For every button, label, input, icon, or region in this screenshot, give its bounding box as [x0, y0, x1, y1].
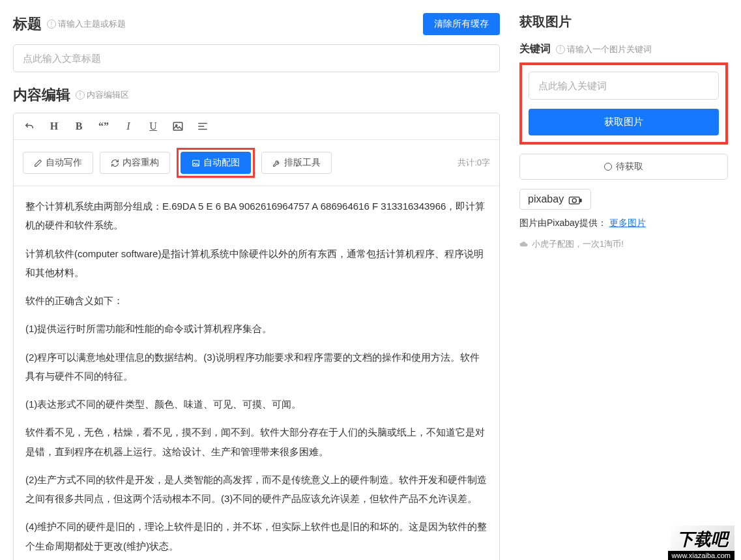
watermark: 下载吧 [671, 525, 734, 553]
content-p: 整个计算机系统由两部分组成：E.69DA 5 E 6 BA 9062616964… [25, 197, 487, 235]
article-title-input[interactable] [13, 44, 500, 72]
keyword-label-text: 关键词 [519, 42, 551, 56]
provider-text: 图片由Pixabay提供： [519, 217, 607, 228]
pending-status: 待获取 [519, 154, 728, 180]
content-p: (2)程序可以满意地处理信息的数据结构。(3)说明程序功能要求和程序需要的文档的… [25, 348, 487, 386]
layout-tool-label: 排版工具 [284, 157, 321, 169]
quote-icon[interactable]: “” [97, 120, 110, 133]
circle-icon [604, 163, 612, 171]
heading-icon[interactable]: H [48, 120, 61, 133]
keyword-hint: ! 请输入一个图片关键词 [556, 44, 652, 55]
layout-tool-button[interactable]: 排版工具 [261, 152, 332, 174]
content-p: 计算机软件(computer software)是指计算机系统中除硬件以外的所有… [25, 244, 487, 283]
more-images-link[interactable]: 更多图片 [609, 217, 646, 228]
auto-image-label: 自动配图 [203, 157, 240, 169]
camera-icon [568, 195, 583, 204]
content-edit-label: 内容编辑 ! 内容编辑区 [13, 85, 500, 105]
watermark-url: www.xiazaiba.com [668, 551, 734, 560]
fetch-image-button[interactable]: 获取图片 [529, 109, 719, 135]
underline-icon[interactable]: U [147, 120, 160, 133]
italic-icon[interactable]: I [122, 120, 135, 133]
info-icon: ! [47, 20, 56, 29]
content-rebuild-button[interactable]: 内容重构 [100, 152, 170, 174]
tool-icon [272, 159, 281, 167]
cloud-icon [519, 241, 529, 247]
info-icon: ! [76, 91, 85, 100]
refresh-icon [111, 159, 119, 167]
action-toolbar: 自动写作 内容重构 自动配图 排版工具 共计:0字 [14, 140, 499, 186]
content-p: 软件看不见，无色，枯燥，看不见，摸不到，闻不到。软件大部分存在于人们的头脑或纸上… [25, 423, 487, 461]
bold-icon[interactable]: B [72, 120, 85, 133]
align-icon[interactable] [196, 120, 209, 133]
title-hint-text: 请输入主题或标题 [58, 18, 126, 30]
credit-line: 小虎子配图，一次1淘币! [519, 238, 728, 250]
char-count: 共计:0字 [458, 157, 490, 169]
keyword-hint-text: 请输入一个图片关键词 [567, 44, 652, 55]
pending-text: 待获取 [616, 161, 643, 173]
content-rebuild-label: 内容重构 [123, 157, 159, 169]
content-p: (2)生产方式不同的软件是开发，是人类智能的高发挥，而不是传统意义上的硬件制造。… [25, 470, 487, 509]
info-icon: ! [556, 45, 565, 54]
pixabay-text: pixabay [528, 193, 564, 204]
content-p: (1)提供运行时所需功能和性能的命令或计算机程序集合。 [25, 319, 487, 338]
keyword-label: 关键词 ! 请输入一个图片关键词 [519, 42, 728, 56]
undo-icon[interactable] [23, 120, 36, 133]
pencil-icon [34, 159, 42, 167]
content-p: (1)表达形式不同的硬件类型、颜色、味道、可见、可摸、可闻。 [25, 395, 487, 413]
title-hint: ! 请输入主题或标题 [47, 18, 126, 30]
content-hint-text: 内容编辑区 [87, 89, 129, 101]
content-p: (4)维护不同的硬件是旧的，理论上软件是旧的，并不坏，但实际上软件也是旧的和坏的… [25, 517, 487, 555]
content-p: 软件的正确含义如下： [25, 291, 487, 310]
auto-write-button[interactable]: 自动写作 [23, 152, 93, 174]
credit-text: 小虎子配图，一次1淘币! [532, 238, 624, 250]
auto-write-label: 自动写作 [46, 157, 82, 169]
content-hint: ! 内容编辑区 [76, 89, 129, 101]
keyword-input[interactable] [529, 72, 719, 100]
editor-box: H B “” I U 自动写作 内容重构 [13, 113, 500, 560]
clear-cache-button[interactable]: 清除所有缓存 [423, 13, 500, 35]
format-toolbar: H B “” I U [14, 113, 499, 140]
auto-image-button[interactable]: 自动配图 [181, 152, 251, 174]
sidebar-title: 获取图片 [519, 13, 728, 31]
svg-rect-8 [579, 199, 582, 202]
title-text: 标题 [13, 14, 42, 34]
keyword-highlight-box: 获取图片 [519, 63, 728, 145]
title-header: 标题 ! 请输入主题或标题 清除所有缓存 [13, 13, 500, 35]
pixabay-logo: pixabay [519, 189, 591, 210]
svg-point-7 [572, 199, 576, 203]
provider-line: 图片由Pixabay提供： 更多图片 [519, 217, 728, 229]
title-label: 标题 ! 请输入主题或标题 [13, 14, 126, 34]
picture-icon [192, 159, 200, 167]
editor-content[interactable]: 整个计算机系统由两部分组成：E.69DA 5 E 6 BA 9062616964… [14, 186, 499, 560]
image-icon[interactable] [171, 120, 184, 133]
content-edit-text: 内容编辑 [13, 85, 70, 105]
auto-image-highlight: 自动配图 [177, 148, 255, 178]
